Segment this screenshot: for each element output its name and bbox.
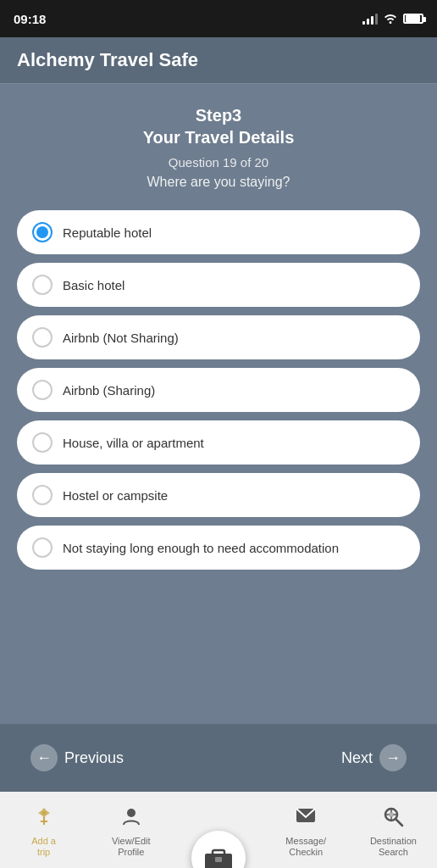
next-button[interactable]: Next →	[328, 734, 420, 782]
radio-house-villa	[32, 432, 53, 453]
option-label-hostel: Hostel or campsite	[63, 488, 168, 503]
main-content: Step3Your Travel Details Question 19 of …	[0, 84, 437, 724]
view-profile-icon	[120, 805, 142, 832]
option-not-staying[interactable]: Not staying long enough to need accommod…	[17, 526, 420, 570]
option-label-house-villa: House, villa or apartment	[63, 436, 204, 450]
tab-my-trips[interactable]: My Trips	[174, 854, 262, 861]
svg-point-0	[42, 811, 46, 815]
svg-point-8	[389, 812, 394, 817]
app-title: Alchemy Travel Safe	[17, 49, 420, 71]
step-title: Step3Your Travel Details	[17, 104, 420, 148]
radio-airbnb-not-sharing	[32, 327, 53, 348]
tab-view-profile[interactable]: View/EditProfile	[87, 802, 174, 861]
option-basic-hotel[interactable]: Basic hotel	[17, 263, 420, 307]
question-count: Question 19 of 20	[17, 155, 420, 170]
navigation-bar: ← Previous Next →	[0, 724, 437, 792]
message-checkin-icon	[295, 805, 317, 832]
radio-not-staying	[32, 537, 53, 558]
add-trip-label: Add atrip	[31, 836, 56, 858]
my-trips-icon	[191, 831, 246, 868]
tab-destination-search[interactable]: DestinationSearch	[350, 802, 437, 861]
view-profile-label: View/EditProfile	[112, 836, 151, 858]
status-icons	[362, 12, 423, 26]
previous-arrow-icon: ←	[30, 744, 58, 771]
option-house-villa[interactable]: House, villa or apartment	[17, 420, 420, 465]
tab-add-trip[interactable]: Add atrip	[0, 802, 87, 861]
radio-hostel	[32, 485, 53, 505]
wifi-icon	[383, 12, 398, 26]
previous-label: Previous	[64, 749, 124, 767]
status-time: 09:18	[14, 12, 46, 26]
option-label-airbnb-not-sharing: Airbnb (Not Sharing)	[63, 331, 179, 345]
message-checkin-label: Message/Checkin	[285, 836, 326, 858]
option-reputable-hotel[interactable]: Reputable hotel	[17, 210, 420, 254]
svg-line-7	[396, 819, 402, 826]
add-trip-icon	[33, 805, 55, 832]
option-label-airbnb-sharing: Airbnb (Sharing)	[63, 383, 155, 398]
option-label-reputable-hotel: Reputable hotel	[63, 225, 152, 240]
option-hostel[interactable]: Hostel or campsite	[17, 473, 420, 517]
next-label: Next	[341, 749, 373, 767]
destination-search-icon	[382, 805, 404, 832]
tab-bar: Add atrip View/EditProfile My Trips	[0, 792, 437, 868]
svg-point-1	[127, 809, 136, 817]
tab-message-checkin[interactable]: Message/Checkin	[263, 802, 350, 861]
option-airbnb-sharing[interactable]: Airbnb (Sharing)	[17, 368, 420, 412]
status-bar: 09:18	[0, 0, 437, 37]
option-label-not-staying: Not staying long enough to need accommod…	[63, 541, 339, 555]
svg-rect-3	[213, 850, 224, 855]
radio-reputable-hotel	[32, 222, 53, 242]
app-header: Alchemy Travel Safe	[0, 37, 437, 84]
radio-basic-hotel	[32, 275, 53, 295]
option-label-basic-hotel: Basic hotel	[63, 278, 124, 292]
option-airbnb-not-sharing[interactable]: Airbnb (Not Sharing)	[17, 315, 420, 359]
question-text: Where are you staying?	[17, 175, 420, 190]
destination-search-label: DestinationSearch	[370, 836, 417, 858]
svg-rect-4	[215, 857, 222, 862]
options-list: Reputable hotel Basic hotel Airbnb (Not …	[17, 210, 420, 710]
my-trips-center-button[interactable]: My Trips	[191, 831, 246, 868]
previous-button[interactable]: ← Previous	[17, 734, 137, 782]
battery-icon	[403, 14, 423, 24]
next-arrow-icon: →	[379, 744, 407, 771]
radio-airbnb-sharing	[32, 380, 53, 400]
signal-icon	[362, 13, 378, 25]
